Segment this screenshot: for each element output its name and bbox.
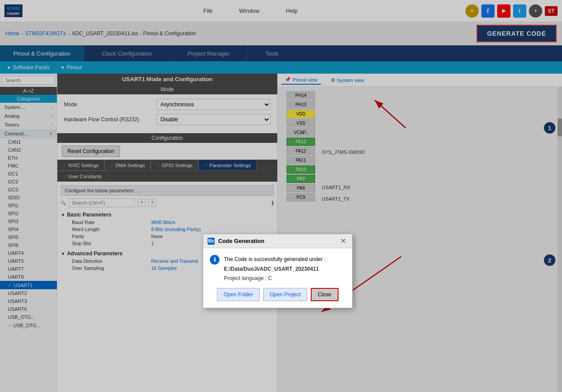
sidebar-subitem-spi5[interactable]: SPI5 [0,233,57,241]
st-logo: ST [545,6,558,16]
scroll-bar[interactable] [558,87,562,392]
params-search-input[interactable] [69,198,135,207]
sidebar-item-analog[interactable]: Analog › [0,112,57,120]
sidebar-item-connecti[interactable]: Connecti... ∨ [0,129,57,138]
usb-otg2-label: USB_OTG... [13,323,41,328]
params-help-icon[interactable]: ℹ [272,200,274,206]
subtab-pinout[interactable]: ▼ Pinout [60,64,82,71]
sidebar-az[interactable]: A->Z [0,87,57,95]
basic-params-header[interactable]: ▼ Basic Parameters [61,211,274,219]
pinout-view-tab[interactable]: 📌 Pinout view [281,75,321,85]
sidebar-subitem-spi6[interactable]: SPI6 [0,241,57,249]
sidebar-subitem-usart2[interactable]: USART2 [0,289,57,297]
pin-vcap[interactable]: VCAP.. [287,128,315,137]
sidebar-subitem-usart6[interactable]: USART6 [0,305,57,313]
tab-gpio[interactable]: ✓ GPIO Settings [151,160,198,171]
modal-header: Mx Code Generation ✕ [203,234,352,248]
facebook-icon[interactable]: f [481,4,495,18]
tab-dma[interactable]: ✓ DMA Settings [104,160,151,171]
generate-code-button[interactable]: GENERATE CODE [476,25,557,42]
tab-project[interactable]: Project Manager [170,45,248,61]
software-label: Software Packs [13,64,49,71]
pin-pc9[interactable]: PC9 [287,193,315,202]
sidebar-subitem-uart8[interactable]: UART8 [0,273,57,281]
sidebar-subitem-i2c1[interactable]: I2C1 [0,170,57,178]
open-project-button[interactable]: Open Project [263,288,307,301]
sidebar-item-analog-label: Analog [4,113,19,119]
sidebar-item-timers[interactable]: Timers › [0,120,57,129]
sidebar-subitem-eth[interactable]: ETH [0,154,57,162]
sidebar-item-system[interactable]: System ... › [0,103,57,112]
reset-config-button[interactable]: Reset Configuration [62,146,120,157]
sidebar-subitem-i2c3[interactable]: I2C3 [0,186,57,194]
badge-2[interactable]: 2 [544,254,555,266]
tab-pinout[interactable]: Pinout & Configuration [0,45,84,61]
breadcrumb-home[interactable]: Home [5,30,19,37]
sidebar-subitem-usb-otg1[interactable]: USB_OTG... [0,313,57,321]
top-icons: 10 f ▶ t ✦ ST [465,4,558,18]
mode-select[interactable]: Asynchronous Synchronous Single Wire IrD… [156,99,271,110]
twitter-icon[interactable]: t [513,4,526,18]
flow-row: Hardware Flow Control (RS232) Disable CT… [64,114,271,125]
nav-help[interactable]: Help [286,7,298,14]
search-input[interactable] [2,76,55,85]
pin-vdd[interactable]: VDD [287,110,315,118]
share-icon[interactable]: ✦ [529,4,542,18]
pin-pa10[interactable]: PA10 [287,165,315,174]
sidebar-subitem-spi1[interactable]: SPI1 [0,202,57,209]
open-folder-button[interactable]: Open Folder [217,288,260,301]
sidebar-subitem-spi2[interactable]: SPI2 [0,209,57,217]
system-view-tab[interactable]: ⊞ System view [328,75,368,85]
tab-user[interactable]: ✓ User Constants [57,171,108,182]
pin-ph14[interactable]: PH14 [287,91,315,100]
sidebar-subitem-usart1[interactable]: ✓ USART1 [0,281,57,289]
sidebar-subitem-uart4[interactable]: UART4 [0,249,57,257]
badge-1[interactable]: 1 [544,122,555,134]
tab-nvic[interactable]: ✓ NVIC Settings [57,160,104,171]
user-label: User Constants [68,174,102,179]
pin-pa13[interactable]: PA13 [287,138,315,146]
breadcrumb-board[interactable]: STM32F429IGTx [25,30,66,37]
param-parity-name: Parity [72,234,151,239]
tab-tools[interactable]: Tools [248,45,296,61]
pin-vss[interactable]: VSS [287,119,315,127]
flow-select[interactable]: Disable CTS Only RTS Only CTS/RTS [156,114,271,125]
tab-param[interactable]: ✓ Parameter Settings [198,160,257,171]
sidebar: A->Z Categories System ... › Analog › Ti… [0,74,57,392]
modal-path: E:/Data/DuoJi/ADC_USART_20230411 [224,265,326,274]
center-panel: USART1 Mode and Configuration Mode Mode … [57,74,278,392]
pin-pa9[interactable]: PA9 [287,175,315,183]
sidebar-subitem-i2c2[interactable]: I2C2 [0,178,57,186]
sidebar-categories[interactable]: Categories [0,95,57,103]
scroll-thumb[interactable] [558,119,562,136]
sidebar-subitem-sdio[interactable]: SDIO [0,194,57,202]
pinout-label: Pinout [67,64,82,71]
sidebar-subitem-uart5[interactable]: UART5 [0,257,57,265]
sidebar-subitem-uart7[interactable]: UART7 [0,265,57,273]
subtab-software[interactable]: ▼ Software Packs [7,64,49,71]
pin-pa8[interactable]: PA8 [287,184,315,192]
pin-pa11[interactable]: PA11 [287,156,315,164]
pin-pa12[interactable]: PA12 [287,147,315,155]
logo[interactable]: STM32 CubeMX [4,4,22,17]
sidebar-subitem-can1[interactable]: CAN1 [0,138,57,146]
modal-close-button[interactable]: ✕ [339,237,348,245]
sidebar-subitem-usart3[interactable]: USART3 [0,297,57,305]
pin-ph13[interactable]: PH13 [287,101,315,109]
youtube-icon[interactable]: ▶ [497,4,510,18]
flow-label: Hardware Flow Control (RS232) [64,116,156,123]
params-info-btn2[interactable]: ? [148,199,156,207]
tab-clock[interactable]: Clock Configuration [84,45,170,61]
close-modal-button[interactable]: Close [311,288,339,301]
sidebar-subitem-spi4[interactable]: SPI4 [0,225,57,233]
params-configure-header: Configure the below parameters : [61,185,274,196]
sidebar-subitem-can2[interactable]: CAN2 [0,146,57,154]
config-title: USART1 Mode and Configuration [57,74,277,85]
sidebar-subitem-spi3[interactable]: SPI3 [0,217,57,225]
params-info-btn1[interactable]: ? [138,199,145,207]
sidebar-subitem-fmc[interactable]: FMC [0,162,57,170]
modal-info-icon: ℹ [210,255,220,265]
sidebar-subitem-usb-otg2[interactable]: ⚠ USB_OTG... [0,321,57,329]
nav-file[interactable]: File [203,7,212,14]
nav-window[interactable]: Window [239,7,259,14]
